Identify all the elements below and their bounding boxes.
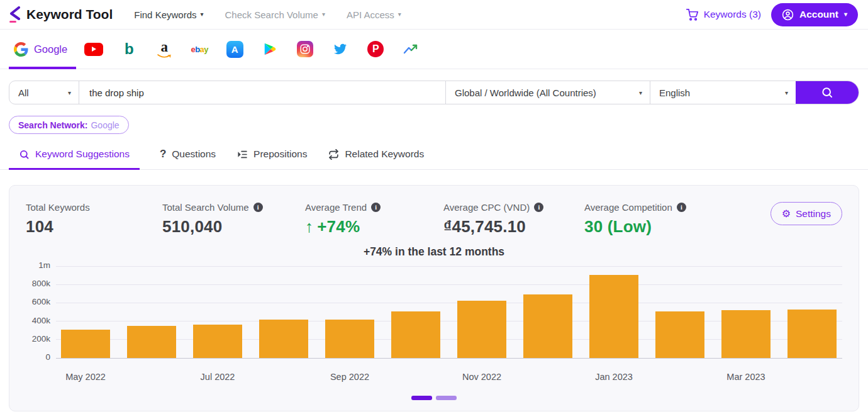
logo[interactable]: Keyword Tool	[9, 6, 113, 23]
logo-text: Keyword Tool	[26, 7, 113, 22]
gridline	[56, 303, 842, 303]
stat-label: Average Competition	[584, 202, 672, 213]
platform-tab-instagram[interactable]	[287, 41, 323, 57]
settings-button[interactable]: ⚙ Settings	[771, 202, 842, 225]
chevron-down-icon: ▾	[201, 11, 204, 18]
platform-tab-twitter[interactable]	[323, 43, 358, 55]
topbar-right: Keywords (3) Account ▾	[686, 3, 858, 26]
info-icon[interactable]: i	[253, 203, 263, 212]
top-navigation: Find Keywords ▾ Check Search Volume ▾ AP…	[134, 9, 401, 20]
chart-plot	[56, 266, 842, 358]
chevron-down-icon: ▾	[785, 89, 788, 96]
stat-label: Average Trend	[305, 202, 367, 213]
twitter-icon	[333, 43, 348, 55]
tab-questions[interactable]: ? Questions	[159, 145, 217, 169]
info-icon[interactable]: i	[534, 203, 543, 212]
search-button[interactable]	[796, 81, 859, 104]
nav-api-access[interactable]: API Access ▾	[347, 9, 401, 20]
chart-bar-jun-2022	[127, 326, 176, 358]
google-logo-icon	[14, 42, 28, 57]
stat-average-trend: Average Trendi ↑+74%	[305, 202, 443, 237]
keywords-cart-link[interactable]: Keywords (3)	[686, 9, 761, 21]
topbar: Keyword Tool Find Keywords ▾ Check Searc…	[0, 0, 868, 30]
amazon-icon: a	[157, 40, 171, 59]
platform-tab-google-play[interactable]	[252, 42, 287, 57]
info-icon[interactable]: i	[371, 203, 381, 212]
language-select[interactable]: English ▾	[650, 81, 796, 104]
platform-tab-pinterest[interactable]: P	[358, 41, 393, 57]
language-select-value: English	[659, 87, 690, 98]
stat-value: +74%	[317, 217, 360, 237]
account-button[interactable]: Account ▾	[771, 3, 858, 26]
tab-label: Questions	[172, 148, 216, 160]
gridline	[56, 266, 842, 267]
chevron-down-icon: ▾	[68, 89, 71, 96]
chart-bar-jan-2023	[589, 275, 638, 358]
x-tick-label: Jan 2023	[595, 372, 633, 382]
keyword-search-input[interactable]	[79, 81, 445, 104]
stat-label: Total Search Volume	[162, 202, 249, 213]
scope-select-value: All	[18, 87, 29, 98]
chart-x-axis: May 2022Jul 2022Sep 2022Nov 2022Jan 2023…	[56, 372, 842, 386]
y-tick-label: 1m	[38, 260, 50, 270]
search-icon	[19, 149, 30, 160]
info-icon[interactable]: i	[677, 203, 686, 212]
repeat-arrows-icon	[328, 149, 339, 160]
carousel-dot[interactable]	[436, 396, 457, 400]
country-select[interactable]: Global / Worldwide (All Countries) ▾	[445, 81, 650, 104]
chevron-down-icon: ▾	[639, 89, 642, 96]
platform-tab-amazon[interactable]: a	[147, 40, 182, 59]
active-tab-underline	[9, 67, 76, 69]
search-bar: All ▾ Global / Worldwide (All Countries)…	[9, 81, 859, 104]
account-label: Account	[799, 9, 838, 20]
platform-tab-bing[interactable]: b	[111, 42, 147, 57]
tab-keyword-suggestions[interactable]: Keyword Suggestions	[9, 145, 140, 169]
platform-tab-google[interactable]: Google	[9, 30, 76, 69]
nav-label: Check Search Volume	[225, 9, 318, 20]
y-tick-label: 400k	[32, 316, 50, 325]
x-tick-label: Sep 2022	[330, 372, 369, 382]
platform-tab-app-store[interactable]: A	[217, 41, 252, 58]
trend-bar-chart: 0200k400k600k800k1m	[26, 266, 842, 358]
x-axis-spacer	[26, 366, 56, 386]
chart-bar-jul-2022	[193, 325, 242, 358]
chevron-down-icon: ▾	[844, 11, 847, 18]
chart-bar-dec-2022	[523, 294, 572, 358]
gear-icon: ⚙	[782, 209, 791, 219]
nav-label: Find Keywords	[134, 9, 196, 20]
platform-tabs: Google b a ebay A	[0, 30, 868, 69]
x-tick-label: May 2022	[65, 372, 106, 382]
keywords-cart-label: Keywords (3)	[704, 9, 761, 20]
google-trends-icon	[403, 43, 418, 55]
stat-label: Average CPC (VND)	[443, 202, 530, 213]
x-tick-label: Jul 2022	[201, 372, 235, 382]
search-network-pill[interactable]: Search Network: Google	[9, 116, 129, 134]
youtube-icon	[84, 43, 103, 56]
chart-bar-may-2022	[61, 330, 110, 358]
pinterest-icon: P	[367, 41, 384, 57]
nav-label: API Access	[347, 9, 394, 20]
app-store-icon: A	[226, 41, 243, 58]
tab-prepositions[interactable]: Prepositions	[236, 145, 308, 169]
carousel-dot-active[interactable]	[411, 396, 432, 400]
stat-label: Total Keywords	[26, 202, 90, 213]
platform-tab-youtube[interactable]	[76, 43, 111, 56]
nav-find-keywords[interactable]: Find Keywords ▾	[134, 9, 203, 20]
stat-value: 104	[26, 217, 162, 237]
stat-total-search-volume: Total Search Volumei 510,040	[162, 202, 305, 237]
search-icon	[821, 86, 833, 99]
scope-select[interactable]: All ▾	[9, 81, 79, 104]
prepositions-list-icon	[237, 149, 248, 160]
tab-related-keywords[interactable]: Related Keywords	[327, 145, 425, 169]
nav-check-search-volume[interactable]: Check Search Volume ▾	[225, 9, 325, 20]
chevron-down-icon: ▾	[398, 11, 401, 18]
chart-bar-feb-2023	[655, 311, 704, 358]
x-tick-label: Nov 2022	[462, 372, 501, 382]
active-tab-underline	[9, 168, 140, 170]
chart-bar-oct-2022	[391, 311, 440, 358]
platform-tab-ebay[interactable]: ebay	[182, 45, 217, 54]
stat-value: ₫45,745.10	[443, 217, 584, 237]
ebay-icon: ebay	[191, 45, 208, 54]
chart-carousel-dots	[26, 396, 842, 400]
platform-tab-google-trends[interactable]	[393, 43, 428, 55]
